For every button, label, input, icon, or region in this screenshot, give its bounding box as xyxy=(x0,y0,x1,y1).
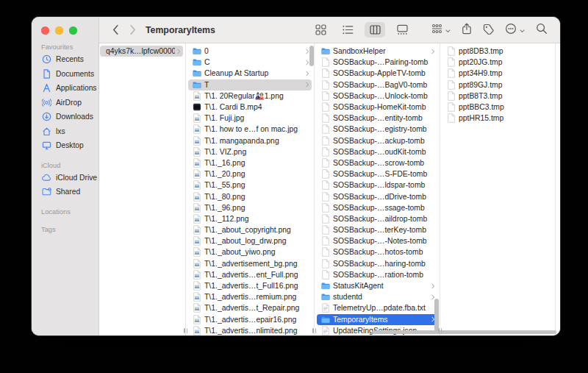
column-resize-handle[interactable] xyxy=(184,328,187,333)
column-view-button[interactable] xyxy=(365,22,385,38)
file-item[interactable]: SOSBackup-…egistry-tomb xyxy=(317,124,437,135)
icon-view-button[interactable] xyxy=(310,22,331,38)
window-title: TemporaryItems xyxy=(146,25,215,35)
folder-item[interactable]: studentd xyxy=(317,291,437,302)
file-item[interactable]: SOSBackup-…S-FDE-tomb xyxy=(317,168,437,180)
file-item[interactable]: SOSBackup-…oudKit-tomb xyxy=(317,146,437,157)
file-item[interactable]: ppt89GJ.tmp xyxy=(442,79,553,90)
file-item[interactable]: T\1. VIZ.png xyxy=(188,146,312,157)
folder-item[interactable]: StatusKitAgent xyxy=(317,280,437,291)
file-item[interactable]: T\1. mangapanda.png xyxy=(188,135,312,146)
search-button[interactable] xyxy=(536,23,548,37)
folder-icon xyxy=(192,79,201,90)
close-button[interactable] xyxy=(41,26,49,35)
group-button[interactable] xyxy=(431,24,451,36)
file-item[interactable]: SOSBackup-…ration-tomb xyxy=(317,269,437,280)
file-item[interactable]: SOSBackup-AppleTV-tomb xyxy=(317,68,437,79)
file-item[interactable]: T\1._advertis…nlimited.png xyxy=(188,325,312,335)
share-button[interactable] xyxy=(462,23,472,37)
file-item[interactable]: pptB8T3.tmp xyxy=(442,90,553,102)
folder-item[interactable]: SandboxHelper xyxy=(317,46,437,57)
gallery-view-button[interactable] xyxy=(392,22,412,38)
column-3-scrollbar[interactable] xyxy=(434,299,439,331)
file-item[interactable]: SOSBackup-…hotos-tomb xyxy=(317,246,437,257)
minimize-button[interactable] xyxy=(55,26,63,35)
sidebar-item-applications[interactable]: Applications xyxy=(32,81,98,96)
file-item[interactable]: T\1._advertis…ent_Full.png xyxy=(188,269,312,280)
item-label: pptB8T3.tmp xyxy=(459,92,551,100)
column-2-scrollbar[interactable] xyxy=(309,46,314,66)
sidebar-item-downloads[interactable]: Downloads xyxy=(32,110,98,124)
folder-item[interactable]: 0 xyxy=(188,46,312,57)
file-item[interactable]: T\1._advertis…epair16.png xyxy=(188,314,312,325)
file-item[interactable]: ppt20JG.tmp xyxy=(442,57,553,68)
folder-item[interactable]: Cleanup At Startup xyxy=(188,68,312,79)
list-view-button[interactable] xyxy=(337,22,358,38)
file-item[interactable]: T\1._advertisement_bg.png xyxy=(188,258,312,269)
airdrop-icon xyxy=(41,98,51,107)
file-item[interactable]: SOSBackup-HomeKit-tomb xyxy=(317,102,437,113)
file-item[interactable]: SOSBackup-…BagV0-tomb xyxy=(317,79,437,90)
sidebar-item-icloud-drive[interactable]: iCloud Drive xyxy=(32,171,98,185)
file-item[interactable]: SOSBackup-…scrow-tomb xyxy=(317,157,437,168)
horizontal-scrollbar[interactable] xyxy=(372,330,556,334)
item-label: T\1._advertis…epair16.png xyxy=(204,316,309,324)
file-item[interactable]: T\1. how to e…f on mac.jpg xyxy=(188,124,312,135)
item-label: SOSBackup-…BagV0-tomb xyxy=(333,81,435,89)
folder-item[interactable]: T xyxy=(188,79,312,90)
file-item[interactable]: SOSBackup-…dDrive-tomb xyxy=(317,191,437,202)
forward-button[interactable] xyxy=(129,24,136,35)
file-item[interactable]: T\1._80.png xyxy=(188,191,312,202)
finder-column-4: ppt8DB3.tmpppt20JG.tmpppt34H9.tmpppt89GJ… xyxy=(440,43,556,335)
downloads-icon xyxy=(41,112,51,121)
sidebar-item-documents[interactable]: Documents xyxy=(32,67,98,82)
file-item[interactable]: T\1._96.png xyxy=(188,202,312,213)
sidebar-item-airdrop[interactable]: AirDrop xyxy=(32,96,98,110)
folder-item[interactable]: q4yks7k…lpfcw0000gn xyxy=(100,46,183,57)
file-item[interactable]: T\1._advertis…t_Repair.png xyxy=(188,302,312,313)
file-item[interactable]: T\1. Fuji.jpg xyxy=(188,113,312,124)
file-item[interactable]: SOSBackup-…ackup-tomb xyxy=(317,135,437,146)
file-item[interactable]: T\1._advertis…t_Full16.png xyxy=(188,280,312,291)
file-item[interactable]: TelemetryUp…pdate.fba.txt xyxy=(317,302,437,313)
file-item[interactable]: pptHR15.tmp xyxy=(442,113,553,124)
item-label: SOSBackup-…scrow-tomb xyxy=(333,159,435,167)
file-item[interactable]: SOSBackup-…terKey-tomb xyxy=(317,224,437,235)
file-item[interactable]: SOSBackup-…Pairing-tomb xyxy=(317,57,437,68)
file-item[interactable]: ppt8DB3.tmp xyxy=(442,46,553,57)
file-item[interactable]: SOSBackup-…ssage-tomb xyxy=(317,202,437,213)
folder-item[interactable]: TemporaryItems xyxy=(317,314,437,325)
file-item[interactable]: T\1. 20Regular🎎1.png xyxy=(188,90,312,102)
file-item[interactable]: SOSBackup-…Unlock-tomb xyxy=(317,90,437,102)
file-item[interactable]: T\1. Cardi B.mp4 xyxy=(188,102,312,113)
column-resize-handle[interactable] xyxy=(438,328,442,333)
back-button[interactable] xyxy=(112,24,119,35)
tags-button[interactable] xyxy=(483,24,494,37)
file-item[interactable]: SOSBackup-…-Notes-tomb xyxy=(317,235,437,246)
item-label: T\1._16.png xyxy=(204,159,309,167)
zoom-button[interactable] xyxy=(69,26,77,35)
more-actions-button[interactable] xyxy=(505,23,525,37)
file-item[interactable]: SOSBackup-…aildrop-tomb xyxy=(317,213,437,224)
file-item[interactable]: T\1._about_copyright.png xyxy=(188,224,312,235)
folder-item[interactable]: C xyxy=(188,57,312,68)
file-item[interactable]: T\1._55.png xyxy=(188,180,312,191)
file-item[interactable]: T\1._20.png xyxy=(188,168,312,180)
file-item[interactable]: SOSBackup-…haring-tomb xyxy=(317,258,437,269)
column-resize-handle[interactable] xyxy=(312,328,316,333)
file-item[interactable]: SOSBackup-…entity-tomb xyxy=(317,113,437,124)
sidebar-item-shared[interactable]: Shared xyxy=(32,185,98,199)
chevron-right-icon xyxy=(306,71,309,77)
sidebar-item-recents[interactable]: Recents xyxy=(32,52,98,67)
file-item[interactable]: T\1._about_log_drw.png xyxy=(188,235,312,246)
file-item[interactable]: ppt34H9.tmp xyxy=(442,68,553,79)
file-item[interactable]: T\1._112.png xyxy=(188,213,312,224)
file-item[interactable]: T\1._16.png xyxy=(188,157,312,168)
sidebar-item-lxs[interactable]: lxs xyxy=(32,124,98,139)
file-item[interactable]: pptBBC3.tmp xyxy=(442,102,553,113)
file-item[interactable]: T\1._about_yiwo.png xyxy=(188,246,312,257)
sidebar-item-desktop[interactable]: Desktop xyxy=(32,138,98,153)
document-icon xyxy=(320,157,330,168)
file-item[interactable]: SOSBackup-…ldspar-tomb xyxy=(317,180,437,191)
file-item[interactable]: T\1._advertis…remium.png xyxy=(188,291,312,302)
